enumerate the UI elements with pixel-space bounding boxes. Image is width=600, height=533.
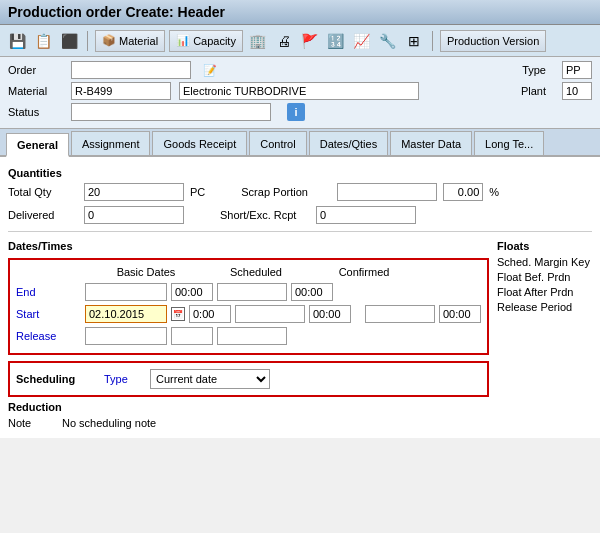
material-name-input[interactable] bbox=[179, 82, 419, 100]
scheduling-title: Scheduling bbox=[16, 373, 96, 385]
nav-icon[interactable]: ⬛ bbox=[58, 30, 80, 52]
total-qty-label: Total Qty bbox=[8, 186, 78, 198]
quantities-section: Quantities Total Qty PC Scrap Portion % … bbox=[8, 167, 592, 227]
calc-icon[interactable]: 🔢 bbox=[325, 30, 347, 52]
scheduled-header: Scheduled bbox=[206, 266, 306, 278]
material-input[interactable] bbox=[71, 82, 171, 100]
tab-long-te[interactable]: Long Te... bbox=[474, 131, 544, 155]
status-input[interactable] bbox=[71, 103, 271, 121]
end-sched-date[interactable] bbox=[217, 283, 287, 301]
type-label: Type bbox=[522, 64, 546, 76]
calendar-icon[interactable]: 📅 bbox=[171, 307, 185, 321]
start-label: Start bbox=[16, 308, 81, 320]
tab-master-data[interactable]: Master Data bbox=[390, 131, 472, 155]
order-row: Order 📝 Type PP bbox=[8, 61, 592, 79]
chart-icon[interactable]: 📈 bbox=[351, 30, 373, 52]
sched-margin-label: Sched. Margin Key bbox=[497, 256, 600, 268]
divider-1 bbox=[8, 231, 592, 232]
scheduling-box: Scheduling Type Current date bbox=[8, 361, 489, 397]
type-row: Type Current date bbox=[104, 369, 270, 389]
scrap-unit: % bbox=[489, 186, 499, 198]
start-confirmed-time[interactable] bbox=[439, 305, 481, 323]
grid-icon[interactable]: ⊞ bbox=[403, 30, 425, 52]
scheduling-type-select[interactable]: Current date bbox=[150, 369, 270, 389]
order-edit-icon[interactable]: 📝 bbox=[203, 64, 217, 77]
production-version-button[interactable]: Production Version bbox=[440, 30, 546, 52]
release-basic-date[interactable] bbox=[85, 327, 167, 345]
material-button[interactable]: 📦 Material bbox=[95, 30, 165, 52]
float-bef-label: Float Bef. Prdn bbox=[497, 271, 600, 283]
plant-label: Plant bbox=[521, 85, 546, 97]
flag-icon[interactable]: 🚩 bbox=[299, 30, 321, 52]
start-confirmed-date[interactable] bbox=[365, 305, 435, 323]
total-qty-input[interactable] bbox=[84, 183, 184, 201]
type-value: PP bbox=[562, 61, 592, 79]
scrap-label: Scrap Portion bbox=[241, 186, 331, 198]
header-section: Order 📝 Type PP Material Plant Status i bbox=[0, 57, 600, 129]
main-content: Quantities Total Qty PC Scrap Portion % … bbox=[0, 157, 600, 438]
material-icon: 📦 bbox=[102, 34, 116, 47]
title-bar: Production order Create: Header bbox=[0, 0, 600, 25]
start-sched-time[interactable] bbox=[309, 305, 351, 323]
confirmed-header: Confirmed bbox=[314, 266, 414, 278]
floats-title: Floats bbox=[497, 240, 600, 252]
end-sched-time[interactable] bbox=[291, 283, 333, 301]
plant-input[interactable] bbox=[562, 82, 592, 100]
quantities-title: Quantities bbox=[8, 167, 592, 179]
tab-goods-receipt[interactable]: Goods Receipt bbox=[152, 131, 247, 155]
release-row: Release bbox=[16, 325, 481, 347]
reduction-section: Reduction Note No scheduling note bbox=[8, 401, 489, 429]
tools-icon[interactable]: 🔧 bbox=[377, 30, 399, 52]
delivered-input[interactable] bbox=[84, 206, 184, 224]
end-basic-time[interactable] bbox=[171, 283, 213, 301]
release-period-row: Release Period 5 Workdays bbox=[497, 301, 600, 313]
scrap-value[interactable] bbox=[443, 183, 483, 201]
float-aft-row: Float After Prdn 1 Workdays bbox=[497, 286, 600, 298]
page-title: Production order Create: Header bbox=[8, 4, 225, 20]
capacity-icon: 📊 bbox=[176, 34, 190, 47]
org-icon[interactable]: 🏢 bbox=[247, 30, 269, 52]
end-basic-date[interactable] bbox=[85, 283, 167, 301]
dates-box: Basic Dates Scheduled Confirmed End Star… bbox=[8, 258, 489, 355]
release-period-label: Release Period bbox=[497, 301, 600, 313]
material-row: Material Plant bbox=[8, 82, 592, 100]
tab-general[interactable]: General bbox=[6, 133, 69, 157]
note-label: Note bbox=[8, 417, 48, 429]
tab-control[interactable]: Control bbox=[249, 131, 306, 155]
unit-value: PC bbox=[190, 186, 205, 198]
start-basic-date[interactable] bbox=[85, 305, 167, 323]
dates-title: Dates/Times bbox=[8, 240, 489, 252]
type-label: Type bbox=[104, 373, 144, 385]
delivered-row: Delivered bbox=[8, 206, 184, 224]
sched-margin-row: Sched. Margin Key 001 bbox=[497, 256, 600, 268]
scrap-input[interactable] bbox=[337, 183, 437, 201]
release-label: Release bbox=[16, 330, 81, 342]
start-basic-time[interactable] bbox=[189, 305, 231, 323]
end-row: End bbox=[16, 281, 481, 303]
tab-assignment[interactable]: Assignment bbox=[71, 131, 150, 155]
status-row: Status i bbox=[8, 103, 592, 121]
note-row: Note No scheduling note bbox=[8, 417, 489, 429]
start-sched-date[interactable] bbox=[235, 305, 305, 323]
tabs-bar: General Assignment Goods Receipt Control… bbox=[0, 129, 600, 157]
capacity-button[interactable]: 📊 Capacity bbox=[169, 30, 243, 52]
print-icon[interactable]: 🖨 bbox=[273, 30, 295, 52]
float-aft-label: Float After Prdn bbox=[497, 286, 600, 298]
end-label: End bbox=[16, 286, 81, 298]
scrap-portion-row: Scrap Portion % bbox=[241, 183, 499, 201]
release-basic-time[interactable] bbox=[171, 327, 213, 345]
float-bef-row: Float Bef. Prdn 2 Workdays bbox=[497, 271, 600, 283]
toolbar: 💾 📋 ⬛ 📦 Material 📊 Capacity 🏢 🖨 🚩 🔢 📈 🔧 … bbox=[0, 25, 600, 57]
short-exc-row: Short/Exc. Rcpt bbox=[220, 206, 416, 224]
info-icon[interactable]: i bbox=[287, 103, 305, 121]
start-row: Start 📅 bbox=[16, 303, 481, 325]
note-value: No scheduling note bbox=[62, 417, 156, 429]
tab-dates-qties[interactable]: Dates/Qties bbox=[309, 131, 388, 155]
short-exc-input[interactable] bbox=[316, 206, 416, 224]
copy-icon[interactable]: 📋 bbox=[32, 30, 54, 52]
release-sched-date[interactable] bbox=[217, 327, 287, 345]
separator-1 bbox=[87, 31, 88, 51]
delivered-label: Delivered bbox=[8, 209, 78, 221]
save-icon[interactable]: 💾 bbox=[6, 30, 28, 52]
order-input[interactable] bbox=[71, 61, 191, 79]
